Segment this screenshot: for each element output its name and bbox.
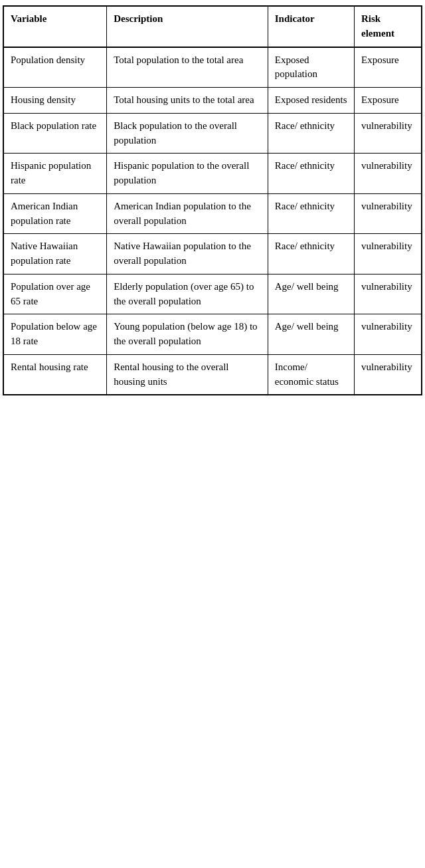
table-row: Black population rateBlack population to…	[3, 113, 422, 154]
cell-risk_element: vulnerability	[355, 113, 422, 154]
cell-indicator: Race/ ethnicity	[268, 234, 354, 274]
table-row: Population over age 65 rateElderly popul…	[3, 274, 422, 314]
cell-risk_element: vulnerability	[355, 274, 422, 314]
cell-risk_element: Exposure	[355, 88, 422, 114]
table-row: American Indian population rateAmerican …	[3, 193, 422, 234]
cell-indicator: Race/ ethnicity	[268, 154, 354, 194]
cell-variable: Native Hawaiian population rate	[3, 234, 107, 274]
cell-description: Hispanic population to the overall popul…	[107, 154, 268, 194]
cell-risk_element: vulnerability	[355, 314, 422, 355]
cell-description: Total population to the total area	[107, 47, 268, 88]
table-row: Rental housing rateRental housing to the…	[3, 354, 422, 395]
cell-description: Total housing units to the total area	[107, 88, 268, 114]
cell-indicator: Exposed residents	[268, 88, 354, 114]
cell-risk_element: vulnerability	[355, 154, 422, 194]
header-row: Variable Description Indicator Risk elem…	[3, 6, 422, 47]
cell-indicator: Age/ well being	[268, 274, 354, 314]
cell-description: American Indian population to the overal…	[107, 193, 268, 234]
cell-risk_element: vulnerability	[355, 354, 422, 395]
cell-variable: Population density	[3, 47, 107, 88]
cell-description: Young population (below age 18) to the o…	[107, 314, 268, 355]
table-row: Hispanic population rateHispanic populat…	[3, 154, 422, 194]
header-risk-element: Risk element	[355, 6, 422, 47]
header-variable: Variable	[3, 6, 107, 47]
table-row: Population below age 18 rateYoung popula…	[3, 314, 422, 355]
cell-description: Rental housing to the overall housing un…	[107, 354, 268, 395]
cell-description: Native Hawaiian population to the overal…	[107, 234, 268, 274]
cell-indicator: Age/ well being	[268, 314, 354, 355]
cell-indicator: Income/ economic status	[268, 354, 354, 395]
cell-variable: Population over age 65 rate	[3, 274, 107, 314]
cell-risk_element: Exposure	[355, 47, 422, 88]
cell-indicator: Race/ ethnicity	[268, 113, 354, 154]
cell-risk_element: vulnerability	[355, 234, 422, 274]
cell-variable: Black population rate	[3, 113, 107, 154]
cell-variable: American Indian population rate	[3, 193, 107, 234]
cell-description: Elderly population (over age 65) to the …	[107, 274, 268, 314]
table-row: Population densityTotal population to th…	[3, 47, 422, 88]
table-row: Housing densityTotal housing units to th…	[3, 88, 422, 114]
table-row: Native Hawaiian population rateNative Ha…	[3, 234, 422, 274]
data-table: Variable Description Indicator Risk elem…	[3, 5, 422, 395]
cell-variable: Rental housing rate	[3, 354, 107, 395]
header-indicator: Indicator	[268, 6, 354, 47]
cell-indicator: Race/ ethnicity	[268, 193, 354, 234]
header-description: Description	[107, 6, 268, 47]
cell-variable: Housing density	[3, 88, 107, 114]
cell-risk_element: vulnerability	[355, 193, 422, 234]
table-container: Variable Description Indicator Risk elem…	[0, 0, 425, 401]
cell-variable: Hispanic population rate	[3, 154, 107, 194]
cell-indicator: Exposed population	[268, 47, 354, 88]
cell-variable: Population below age 18 rate	[3, 314, 107, 355]
cell-description: Black population to the overall populati…	[107, 113, 268, 154]
